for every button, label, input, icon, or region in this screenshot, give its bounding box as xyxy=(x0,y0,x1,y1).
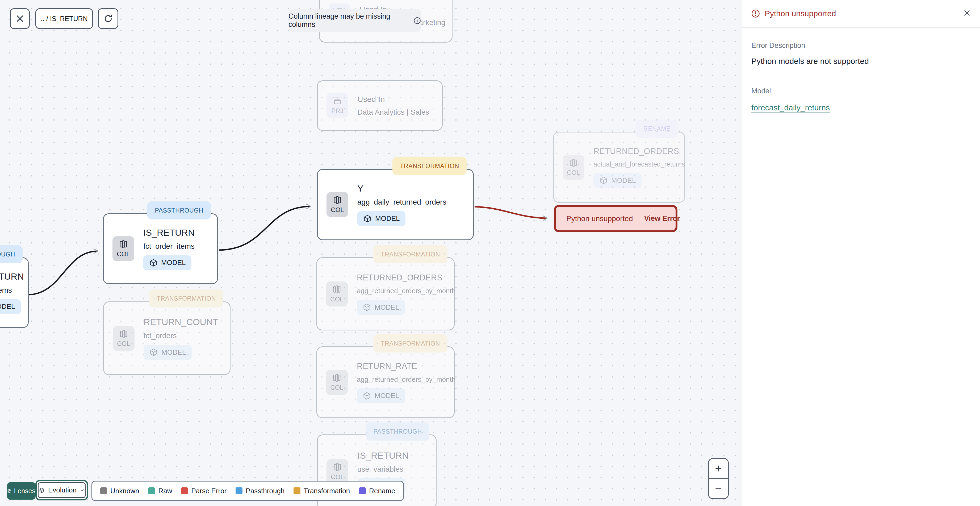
error-detail-panel: Python unsupported Error Description Pyt… xyxy=(742,0,980,506)
node-subtitle: use_variables xyxy=(357,465,403,474)
aperture-icon xyxy=(7,487,11,495)
node-subtitle: fct_order_items xyxy=(143,242,195,251)
node-subtitle: agg_returned_orders_by_month xyxy=(357,287,455,295)
passthrough-badge: PASSTHROUGH xyxy=(0,245,22,263)
icon-label: COL xyxy=(331,206,344,214)
breadcrumb[interactable]: .. / IS_RETURN xyxy=(35,8,93,29)
cube-icon xyxy=(363,392,371,400)
node-subtitle: fct_orders xyxy=(143,332,177,340)
icon-label: COL xyxy=(567,169,580,176)
model-link[interactable]: forecast_daily_returns xyxy=(751,103,830,112)
icon-label: COL xyxy=(330,295,343,303)
banner-text: Column lineage may be missing columns xyxy=(288,12,409,29)
icon-label: COL xyxy=(330,384,343,391)
lenses-label: Lenses xyxy=(14,487,35,495)
column-icon: COL xyxy=(326,192,348,217)
panel-close-button[interactable] xyxy=(963,8,972,19)
node-subtitle: agg_returned_orders_by_month xyxy=(357,375,455,384)
error-panel-body: Error Description Python models are not … xyxy=(742,28,980,126)
zoom-out-button[interactable]: − xyxy=(709,479,728,498)
node-subtitle: actual_and_forecasted_returns xyxy=(593,160,685,168)
node-used-in-sales[interactable]: PRJ Used In Data Analytics | Sales xyxy=(317,80,443,131)
column-icon: COL xyxy=(563,155,584,180)
node-title: RETURN_COUNT xyxy=(143,317,218,327)
lens-selected-value: Evolution xyxy=(48,486,76,494)
column-icon: COL xyxy=(326,459,348,484)
model-badge: MODEL xyxy=(357,211,406,226)
legend-label: Parse Error xyxy=(191,487,226,495)
legend-label: Transformation xyxy=(304,487,350,495)
breadcrumb-label: .. / IS_RETURN xyxy=(41,15,88,22)
project-icon: PRJ xyxy=(326,93,348,118)
node-title: IS_RETURN xyxy=(143,227,195,238)
node-returned-orders-forecast[interactable]: RENAME COL RETURNED_ORDERS actual_and_fo… xyxy=(553,132,685,203)
legend-item-parse-error: Parse Error xyxy=(181,487,226,495)
edge-isreturn-to-y xyxy=(219,206,310,250)
transformation-badge: TRANSFORMATION xyxy=(373,245,447,263)
view-error-link[interactable]: View Error xyxy=(644,214,680,223)
node-return-count[interactable]: TRANSFORMATION COL RETURN_COUNT fct_orde… xyxy=(103,302,231,375)
legend-swatch xyxy=(148,487,155,494)
lineage-canvas[interactable]: PRJ Used In Data Analytics | Marketing P… xyxy=(0,0,742,506)
node-return-rate[interactable]: TRANSFORMATION COL RETURN_RATE agg_retur… xyxy=(317,346,455,418)
node-subtitle: Data Analytics | Sales xyxy=(357,108,429,117)
node-title: IS_RETURN xyxy=(357,450,409,461)
model-badge: MODEL xyxy=(0,299,21,314)
node-title: Y xyxy=(357,183,363,194)
node-is-return-upstream[interactable]: PASSTHROUGH COL IS_RETURN order_items MO… xyxy=(0,257,29,328)
transformation-badge: TRANSFORMATION xyxy=(393,157,467,175)
node-title: Used In xyxy=(357,95,385,104)
node-python-unsupported-error[interactable]: Python unsupported View Error xyxy=(554,205,678,232)
icon-label: COL xyxy=(331,473,344,481)
node-returned-orders-by-month[interactable]: TRANSFORMATION COL RETURNED_ORDERS agg_r… xyxy=(317,257,455,330)
icon-label: COL xyxy=(117,251,130,258)
node-subtitle: agg_daily_returned_orders xyxy=(357,198,446,206)
error-node-label: Python unsupported xyxy=(566,214,633,223)
transformation-badge: TRANSFORMATION xyxy=(149,289,223,308)
node-title: RETURNED_ORDERS xyxy=(357,273,442,283)
legend-item-unknown: Unknown xyxy=(100,487,139,495)
zoom-in-button[interactable]: + xyxy=(709,459,728,479)
model-badge: MODEL xyxy=(357,300,405,315)
edge-y-to-error xyxy=(474,207,547,218)
legend-swatch xyxy=(294,487,301,494)
legend-swatch xyxy=(359,487,366,494)
legend-swatch xyxy=(181,487,188,494)
node-is-return-fct-order-items[interactable]: PASSTHROUGH COL IS_RETURN fct_order_item… xyxy=(103,213,218,284)
zoom-controls: + − xyxy=(708,458,729,499)
rename-badge: RENAME xyxy=(636,120,678,138)
error-panel-header: Python unsupported xyxy=(742,0,980,28)
refresh-icon xyxy=(103,14,113,24)
legend-label: Unknown xyxy=(110,487,139,495)
cube-icon xyxy=(149,259,158,267)
refresh-button[interactable] xyxy=(98,8,118,29)
passthrough-badge: PASSTHROUGH xyxy=(147,201,211,219)
passthrough-badge: PASSTHROUGH xyxy=(366,423,430,441)
lenses-button[interactable]: Lenses xyxy=(7,482,35,500)
close-lineage-button[interactable] xyxy=(10,8,30,29)
error-description-text: Python models are not supported xyxy=(751,57,971,66)
model-badge: MODEL xyxy=(357,388,405,403)
info-icon[interactable] xyxy=(413,16,422,25)
column-icon: COL xyxy=(113,236,134,261)
lineage-app: PRJ Used In Data Analytics | Marketing P… xyxy=(0,0,980,506)
legend-label: Rename xyxy=(369,487,395,495)
node-title: RETURNED_ORDERS xyxy=(593,147,679,156)
legend-label: Passthrough xyxy=(246,487,285,495)
lineage-warning-banner: Column lineage may be missing columns xyxy=(288,9,422,32)
lineage-type-legend: UnknownRawParse ErrorPassthroughTransfor… xyxy=(91,481,404,501)
model-badge: MODEL xyxy=(143,255,191,270)
node-subtitle: order_items xyxy=(0,286,12,295)
edge-upstream-to-isreturn xyxy=(28,251,98,295)
cube-icon xyxy=(363,214,372,223)
legend-item-raw: Raw xyxy=(148,487,172,495)
alert-circle-icon xyxy=(751,9,760,18)
lens-select[interactable]: Evolution xyxy=(35,480,88,500)
cube-icon xyxy=(599,176,608,185)
column-icon: COL xyxy=(326,370,348,395)
close-icon xyxy=(15,14,25,24)
node-y-agg-daily-returned-orders[interactable]: TRANSFORMATION COL Y agg_daily_returned_… xyxy=(317,169,474,240)
legend-item-passthrough: Passthrough xyxy=(235,487,285,495)
legend-item-transformation: Transformation xyxy=(294,487,350,495)
cube-icon xyxy=(150,348,158,356)
